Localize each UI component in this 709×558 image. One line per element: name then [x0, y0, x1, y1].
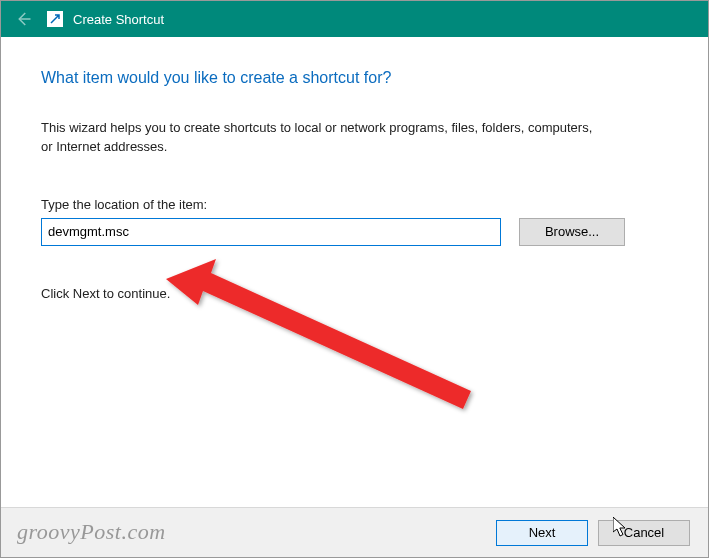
window-title: Create Shortcut — [73, 12, 164, 27]
page-description: This wizard helps you to create shortcut… — [41, 119, 601, 157]
wizard-content: What item would you like to create a sho… — [1, 37, 708, 301]
back-arrow-icon[interactable] — [9, 5, 37, 33]
location-field-label: Type the location of the item: — [41, 197, 668, 212]
wizard-footer: Next Cancel — [1, 507, 708, 557]
location-field-row: Browse... — [41, 218, 668, 246]
page-heading: What item would you like to create a sho… — [41, 69, 668, 87]
location-input[interactable] — [41, 218, 501, 246]
shortcut-app-icon — [47, 11, 63, 27]
titlebar: Create Shortcut — [1, 1, 708, 37]
next-button[interactable]: Next — [496, 520, 588, 546]
continue-hint: Click Next to continue. — [41, 286, 668, 301]
cancel-button[interactable]: Cancel — [598, 520, 690, 546]
browse-button[interactable]: Browse... — [519, 218, 625, 246]
